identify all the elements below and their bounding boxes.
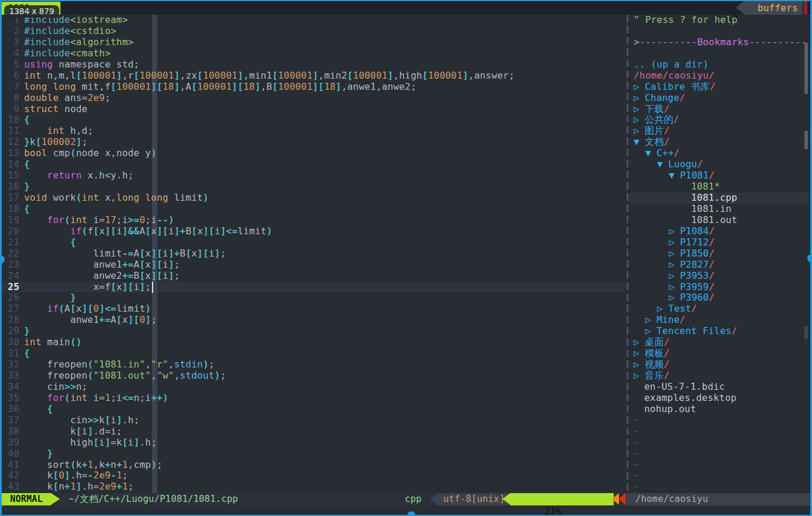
tree-dir-文档[interactable]: ▼文档/: [629, 137, 808, 148]
tree-dir-下载[interactable]: ▷下载/: [629, 104, 808, 115]
code-line-2[interactable]: 2#include<cstdio>: [2, 26, 625, 37]
tree-dir-P3960[interactable]: ▷P3960/: [629, 292, 808, 303]
tree-dir-P2827[interactable]: ▷P2827/: [629, 259, 808, 271]
tree-dir-P3959[interactable]: ▷P3959/: [629, 282, 808, 293]
code-line-11[interactable]: 11 int h,d;: [2, 126, 625, 137]
chevron-closed-icon[interactable]: ▷: [669, 292, 680, 303]
tree-dir-Change[interactable]: ▷Change/: [629, 93, 808, 104]
code-line-41[interactable]: 41 sort(k+1,k+n+1,cmp);: [2, 460, 625, 471]
code-line-8[interactable]: 8double ans=2e9;: [2, 93, 625, 104]
code-line-38[interactable]: 38 k[i].d=i;: [2, 426, 625, 437]
code-line-34[interactable]: 34 cin>>n;: [2, 382, 625, 393]
tree-dir-Calibre 书库[interactable]: ▷Calibre 书库/: [629, 82, 808, 93]
chevron-closed-icon[interactable]: ▷: [669, 248, 680, 259]
chevron-closed-icon[interactable]: ▷: [634, 114, 645, 126]
code-line-29[interactable]: 29}: [2, 326, 625, 337]
chevron-open-icon[interactable]: ▼: [669, 170, 680, 181]
tree-file-1081.in[interactable]: 1081.in: [629, 204, 808, 215]
code-line-36[interactable]: 36 {: [2, 404, 625, 415]
code-line-32[interactable]: 32 freopen("1081.in","r",stdin);: [2, 359, 625, 370]
tree-file-1081[interactable]: 1081*: [629, 181, 808, 193]
code-line-9[interactable]: 9struct node: [2, 104, 625, 115]
chevron-open-icon[interactable]: ▼: [634, 137, 645, 148]
code-line-39[interactable]: 39 high[i]=k[i].h;: [2, 437, 625, 448]
chevron-closed-icon[interactable]: ▷: [634, 337, 645, 348]
chevron-closed-icon[interactable]: ▷: [669, 226, 680, 237]
chevron-open-icon[interactable]: ▼: [657, 159, 668, 170]
chevron-closed-icon[interactable]: ▷: [645, 326, 657, 337]
code-line-6[interactable]: 6int n,m,l[100001],r[100001],zx[100001],…: [2, 70, 625, 82]
chevron-closed-icon[interactable]: ▷: [634, 82, 645, 93]
code-line-16[interactable]: 16}: [2, 181, 625, 193]
code-line-21[interactable]: 21 {: [2, 237, 625, 248]
tree-file-1081.cpp[interactable]: 1081.cpp: [629, 193, 808, 204]
tree-file-examples.desktop[interactable]: examples.desktop: [629, 393, 808, 404]
tree-dir-P1712[interactable]: ▷P1712/: [629, 237, 808, 248]
chevron-closed-icon[interactable]: ▷: [634, 370, 645, 382]
code-line-25[interactable]: 25 x=f[x][i];: [2, 282, 625, 293]
code-line-4[interactable]: 4#include<cmath>: [2, 48, 625, 59]
chevron-closed-icon[interactable]: ▷: [634, 348, 645, 359]
code-line-37[interactable]: 37 cin>>k[i].h;: [2, 415, 625, 426]
code-line-3[interactable]: 3#include<algorithm>: [2, 37, 625, 48]
chevron-closed-icon[interactable]: ▷: [657, 303, 668, 315]
tree-dir-音乐[interactable]: ▷音乐/: [629, 370, 808, 382]
scrollbar-mark[interactable]: [804, 131, 808, 149]
tree-dir-C++[interactable]: ▼C++/: [629, 148, 808, 159]
code-line-40[interactable]: 40 }: [2, 448, 625, 460]
chevron-closed-icon[interactable]: ▷: [669, 237, 680, 248]
chevron-open-icon[interactable]: ▼: [645, 148, 657, 159]
code-line-1[interactable]: 1#include<iostream>: [2, 15, 625, 26]
code-line-33[interactable]: 33 freopen("1081.out","w",stdout);: [2, 370, 625, 382]
tree-dir-Luogu[interactable]: ▼Luogu/: [629, 159, 808, 170]
chevron-closed-icon[interactable]: ▷: [645, 315, 657, 326]
tab-buffers[interactable]: buffers: [744, 1, 803, 15]
code-line-5[interactable]: 5using namespace std;: [2, 59, 625, 70]
tree-dir-公共的[interactable]: ▷公共的/: [629, 114, 808, 126]
tree-dir-Test[interactable]: ▷Test/: [629, 303, 808, 315]
code-line-15[interactable]: 15 return x.h<y.h;: [2, 170, 625, 181]
tree-dir-模板[interactable]: ▷模板/: [629, 348, 808, 359]
code-editor-window[interactable]: 1#include<iostream>2#include<cstdio>3#in…: [2, 15, 625, 493]
tree-file-nohup.out[interactable]: nohup.out: [629, 404, 808, 415]
code-line-19[interactable]: 19 for(int i=17;i>=0;i--): [2, 215, 625, 226]
tree-dir-P1081[interactable]: ▼P1081/: [629, 170, 808, 181]
tree-dir-P3953[interactable]: ▷P3953/: [629, 271, 808, 282]
code-line-22[interactable]: 22 limit-=A[x][i]+B[x][i];: [2, 248, 625, 259]
chevron-closed-icon[interactable]: ▷: [669, 271, 680, 282]
tree-dir-Tencent Files[interactable]: ▷Tencent Files/: [629, 326, 808, 337]
selection-handle[interactable]: [807, 254, 812, 262]
scrollbar-thumb[interactable]: [804, 43, 808, 94]
chevron-closed-icon[interactable]: ▷: [634, 93, 645, 104]
code-line-13[interactable]: 13bool cmp(node x,node y): [2, 148, 625, 159]
tree-file-1081.out[interactable]: 1081.out: [629, 215, 808, 226]
selection-handle[interactable]: [407, 511, 415, 516]
code-line-17[interactable]: 17void work(int x,long long limit): [2, 193, 625, 204]
chevron-closed-icon[interactable]: ▷: [669, 259, 680, 271]
chevron-closed-icon[interactable]: ▷: [634, 104, 645, 115]
chevron-closed-icon[interactable]: ▷: [669, 282, 680, 293]
tree-dir-Mine[interactable]: ▷Mine/: [629, 315, 808, 326]
code-line-42[interactable]: 42 k[0].h=-2e9-1;: [2, 470, 625, 481]
code-line-14[interactable]: 14{: [2, 159, 625, 170]
code-line-7[interactable]: 7long long mit,f[100001][18],A[100001][1…: [2, 82, 625, 93]
code-line-23[interactable]: 23 anwe1+=A[x][i];: [2, 259, 625, 271]
chevron-closed-icon[interactable]: ▷: [634, 126, 645, 137]
code-line-20[interactable]: 20 if(f[x][i]&&A[x][i]+B[x][i]<=limit): [2, 226, 625, 237]
scrollbar-mark[interactable]: [804, 326, 808, 339]
code-line-10[interactable]: 10{: [2, 114, 625, 126]
code-line-43[interactable]: 43 k[n+1].h=2e9+1;: [2, 481, 625, 493]
code-line-26[interactable]: 26 }: [2, 292, 625, 303]
tree-up-dir[interactable]: .. (up a dir): [629, 59, 808, 70]
code-line-12[interactable]: 12}k[100002];: [2, 137, 625, 148]
code-line-31[interactable]: 31{: [2, 348, 625, 359]
tree-dir-P1850[interactable]: ▷P1850/: [629, 248, 808, 259]
tree-dir-P1084[interactable]: ▷P1084/: [629, 226, 808, 237]
chevron-closed-icon[interactable]: ▷: [634, 359, 645, 370]
code-line-18[interactable]: 18{: [2, 204, 625, 215]
tree-dir-图片[interactable]: ▷图片/: [629, 126, 808, 137]
code-line-30[interactable]: 30int main(): [2, 337, 625, 348]
code-line-28[interactable]: 28 anwe1+=A[x][0];: [2, 315, 625, 326]
tree-file-en-US-7-1.bdic[interactable]: en-US-7-1.bdic: [629, 382, 808, 393]
tree-dir-视频[interactable]: ▷视频/: [629, 359, 808, 370]
